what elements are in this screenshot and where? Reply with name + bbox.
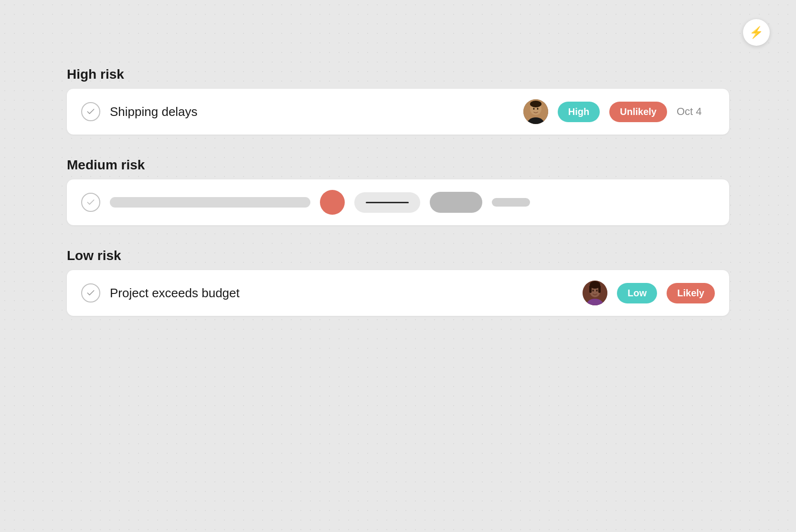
- high-risk-section: High risk Shipping delays: [67, 67, 729, 135]
- priority-badge-high: High: [558, 102, 600, 122]
- check-icon-medium[interactable]: [81, 193, 100, 212]
- avatar-shipping: [523, 99, 548, 124]
- svg-point-2: [530, 101, 541, 107]
- svg-rect-9: [589, 285, 592, 293]
- task-name-shipping: Shipping delays: [110, 104, 514, 119]
- task-name-skeleton: [110, 197, 310, 208]
- priority-badge-skeleton: [354, 192, 420, 213]
- svg-point-13: [596, 290, 598, 292]
- medium-line: [366, 202, 409, 203]
- checkmark-svg: [86, 107, 96, 116]
- avatar-budget: [583, 281, 607, 305]
- checkmark-svg-budget: [86, 288, 96, 298]
- shipping-delays-card[interactable]: Shipping delays: [67, 89, 729, 135]
- low-risk-section: Low risk Project exceeds budget: [67, 248, 729, 316]
- priority-badge-low: Low: [617, 283, 657, 303]
- medium-risk-title: Medium risk: [67, 157, 729, 173]
- avatar-skeleton: [320, 190, 345, 215]
- low-risk-title: Low risk: [67, 248, 729, 263]
- svg-point-5: [537, 108, 538, 110]
- date-skeleton: [492, 198, 530, 207]
- lightning-icon: ⚡: [749, 26, 764, 39]
- check-icon-shipping[interactable]: [81, 102, 100, 121]
- main-content: High risk Shipping delays: [67, 67, 729, 339]
- probability-badge-skeleton: [430, 192, 482, 213]
- high-risk-title: High risk: [67, 67, 729, 82]
- avatar-svg-female: [583, 281, 607, 305]
- date-shipping: Oct 4: [677, 105, 715, 118]
- lightning-button[interactable]: ⚡: [743, 19, 770, 46]
- task-name-budget: Project exceeds budget: [110, 286, 573, 301]
- svg-rect-10: [598, 285, 601, 293]
- avatar-svg-male: [523, 99, 548, 124]
- probability-badge-likely: Likely: [667, 283, 715, 303]
- probability-badge-unlikely: Unlikely: [609, 102, 667, 122]
- svg-point-12: [593, 290, 594, 292]
- project-budget-card[interactable]: Project exceeds budget: [67, 270, 729, 316]
- check-icon-budget[interactable]: [81, 283, 100, 303]
- medium-risk-section: Medium risk: [67, 157, 729, 225]
- medium-risk-card[interactable]: [67, 179, 729, 225]
- svg-point-4: [533, 108, 534, 110]
- checkmark-svg-medium: [86, 198, 96, 207]
